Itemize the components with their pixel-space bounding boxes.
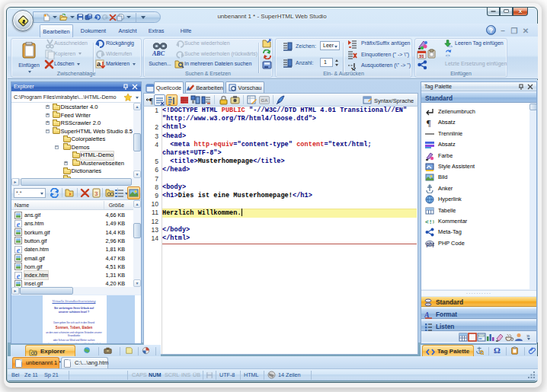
svg-text:31: 31 <box>419 54 424 59</box>
svg-text:N: N <box>352 67 355 71</box>
svg-text:¶: ¶ <box>427 118 431 127</box>
svg-text:<!>: <!> <box>425 218 434 225</box>
svg-text:<>: <> <box>446 54 450 58</box>
svg-text:php: php <box>427 241 435 247</box>
svg-text:ABC: ABC <box>152 50 165 57</box>
svg-text:¶: ¶ <box>149 96 153 105</box>
svg-text:<>: <> <box>448 45 453 48</box>
svg-text:3: 3 <box>94 190 98 197</box>
